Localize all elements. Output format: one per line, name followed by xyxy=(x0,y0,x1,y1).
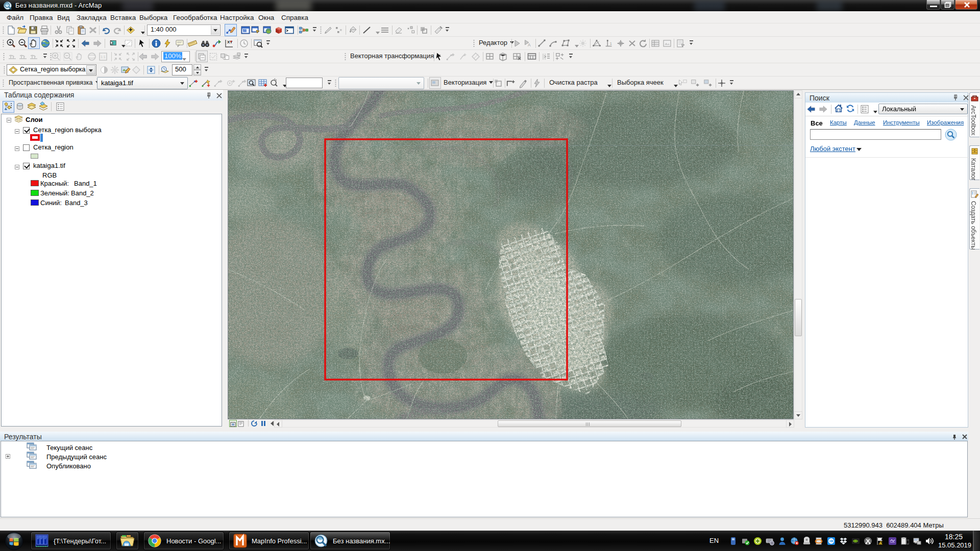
svg-text:!: ! xyxy=(879,542,880,545)
svg-text:A: A xyxy=(528,43,531,47)
svg-text:1: 1 xyxy=(610,41,612,46)
svg-text:XY: XY xyxy=(227,40,233,44)
svg-text:1:1: 1:1 xyxy=(101,55,106,59)
